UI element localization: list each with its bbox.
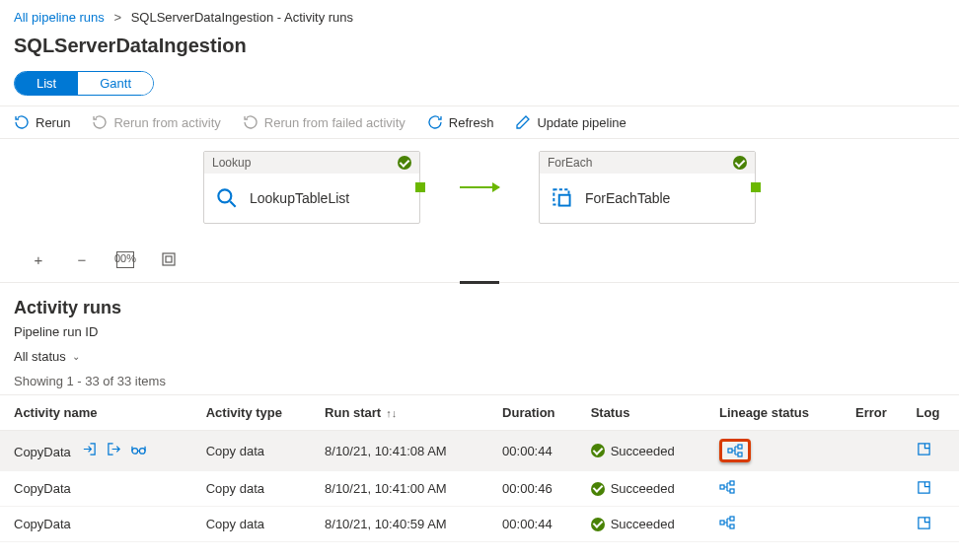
cell-run-start: 8/10/21, 10:40:59 AM [317, 507, 494, 542]
activity-lookup-name: LookupTableList [250, 190, 349, 206]
cell-activity-type: Copy data [198, 507, 317, 542]
pencil-icon [515, 114, 531, 130]
sort-icon: ↑↓ [383, 407, 397, 419]
rerun-activity-label: Rerun from activity [113, 115, 220, 130]
connector-handle[interactable] [751, 182, 761, 192]
activity-foreach-type: ForEach [548, 156, 592, 170]
lineage-status-button[interactable] [719, 483, 735, 498]
update-pipeline-button[interactable]: Update pipeline [515, 114, 626, 130]
col-lineage[interactable]: Lineage status [711, 395, 848, 431]
status-filter-label: All status [14, 349, 66, 364]
svg-rect-9 [738, 453, 742, 456]
canvas-tools: + − 00% [0, 242, 959, 283]
connector-handle[interactable] [415, 182, 425, 192]
success-icon [398, 156, 411, 170]
zoom-out-button[interactable]: − [73, 251, 91, 268]
cell-duration: 00:00:44 [494, 431, 583, 471]
svg-rect-4 [166, 256, 172, 262]
svg-rect-10 [918, 444, 928, 455]
cell-activity-name: CopyData [14, 517, 71, 531]
lineage-status-button[interactable] [719, 439, 751, 462]
rerun-button[interactable]: Rerun [14, 114, 70, 130]
cell-run-start: 8/10/21, 10:41:00 AM [317, 471, 494, 507]
cell-activity-name: CopyData [14, 445, 71, 459]
col-activity-name[interactable]: Activity name [0, 395, 198, 431]
col-activity-type[interactable]: Activity type [198, 395, 317, 431]
status-filter-dropdown[interactable]: All status ⌄ [14, 349, 945, 364]
activity-lookup[interactable]: Lookup LookupTableList [203, 151, 420, 224]
cell-status: Succeeded [591, 481, 703, 496]
connector-arrow [460, 186, 499, 188]
cell-activity-name: CopyData [14, 481, 71, 496]
rerun-failed-label: Rerun from failed activity [264, 115, 406, 130]
cell-activity-type: Copy data [198, 431, 317, 471]
activity-runs-table: Activity name Activity type Run start ↑↓… [0, 394, 959, 542]
breadcrumb: All pipeline runs > SQLServerDataIngesti… [0, 0, 959, 31]
section-title: Activity runs [14, 298, 945, 318]
col-status[interactable]: Status [583, 395, 711, 431]
activity-foreach-name: ForEachTable [585, 190, 670, 206]
log-button[interactable] [917, 483, 931, 498]
svg-point-0 [218, 189, 231, 202]
svg-rect-7 [728, 449, 732, 453]
cell-error [848, 507, 909, 542]
rerun-activity-button: Rerun from activity [92, 114, 220, 130]
page-title: SQLServerDataIngestion [14, 35, 945, 57]
refresh-button[interactable]: Refresh [427, 114, 494, 130]
view-gantt-button[interactable]: Gantt [78, 72, 153, 95]
breadcrumb-current: SQLServerDataIngestion - Activity runs [131, 10, 353, 25]
log-button[interactable] [917, 445, 931, 459]
svg-point-6 [139, 449, 145, 455]
resize-handle[interactable] [460, 281, 499, 284]
lineage-status-button[interactable] [719, 519, 735, 533]
details-icon[interactable] [131, 442, 146, 459]
chevron-down-icon: ⌄ [72, 351, 80, 362]
rerun-label: Rerun [36, 115, 70, 130]
svg-rect-17 [730, 525, 734, 528]
zoom-in-button[interactable]: + [30, 251, 47, 268]
zoom-reset-button[interactable]: 00% [116, 251, 134, 268]
toolbar: Rerun Rerun from activity Rerun from fai… [0, 105, 959, 139]
svg-rect-12 [730, 481, 734, 485]
svg-rect-18 [918, 517, 928, 527]
col-error[interactable]: Error [848, 395, 909, 431]
rerun-activity-icon [92, 114, 108, 130]
breadcrumb-separator: > [113, 10, 121, 25]
view-toggle: List Gantt [14, 71, 154, 96]
svg-rect-16 [730, 517, 734, 521]
pipeline-run-id-label: Pipeline run ID [14, 324, 945, 339]
pipeline-canvas[interactable]: Lookup LookupTableList ForEach ForEachTa… [0, 139, 959, 242]
view-list-button[interactable]: List [15, 72, 78, 95]
cell-duration: 00:00:46 [494, 471, 583, 507]
cell-error [848, 471, 909, 507]
cell-status: Succeeded [591, 517, 703, 531]
showing-count: Showing 1 - 33 of 33 items [14, 374, 945, 388]
success-icon [591, 444, 605, 457]
refresh-label: Refresh [449, 115, 494, 130]
table-row[interactable]: CopyData Copy data 8/10/21, 10:41:00 AM … [0, 471, 959, 507]
col-duration[interactable]: Duration [494, 395, 583, 431]
output-icon[interactable] [107, 442, 121, 459]
table-row[interactable]: CopyData Copy data 8/10/21, 10:40:59 AM … [0, 507, 959, 542]
svg-rect-3 [163, 253, 175, 265]
cell-status: Succeeded [591, 444, 703, 458]
svg-point-5 [132, 449, 138, 455]
svg-rect-13 [730, 489, 734, 493]
col-log[interactable]: Log [909, 395, 959, 431]
rerun-icon [14, 114, 30, 130]
breadcrumb-root-link[interactable]: All pipeline runs [14, 10, 105, 25]
cell-run-start: 8/10/21, 10:41:08 AM [317, 431, 494, 471]
svg-rect-15 [720, 521, 724, 525]
svg-rect-8 [738, 445, 742, 449]
table-row[interactable]: CopyData Copy data 8/10/21, 10:41:08 AM … [0, 431, 959, 471]
cell-duration: 00:00:44 [494, 507, 583, 542]
success-icon [733, 156, 747, 170]
log-button[interactable] [917, 519, 931, 533]
refresh-icon [427, 114, 443, 130]
cell-error [848, 431, 909, 471]
col-run-start[interactable]: Run start ↑↓ [317, 395, 494, 431]
activity-foreach[interactable]: ForEach ForEachTable [539, 151, 756, 224]
update-pipeline-label: Update pipeline [537, 115, 626, 130]
fit-screen-button[interactable] [160, 251, 178, 268]
input-icon[interactable] [82, 442, 97, 459]
